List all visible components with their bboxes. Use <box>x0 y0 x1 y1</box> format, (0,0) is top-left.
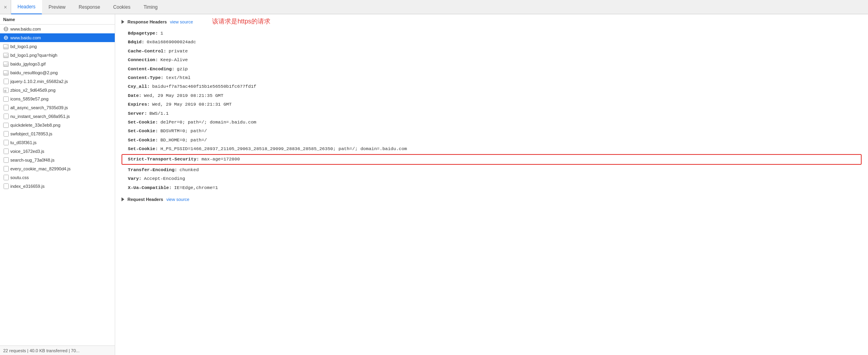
js-icon <box>3 140 9 145</box>
list-item[interactable]: icons_5859e57.png <box>0 95 115 103</box>
list-item[interactable]: tu_d03f361.js <box>0 138 115 147</box>
collapse-triangle-icon-req[interactable] <box>122 197 124 201</box>
header-name: Bdpagetype: <box>128 30 158 37</box>
header-row-set-cookie-4: Set-Cookie: H_PS_PSSID=1466_28937_21105_… <box>122 145 862 153</box>
list-item[interactable]: bd_logo1.png?qua=high <box>0 51 115 60</box>
image-icon: ▦ <box>3 87 9 93</box>
list-item[interactable]: soutu.css <box>0 173 115 182</box>
header-name: Content-Type: <box>128 74 164 81</box>
devtools-container: × Headers Preview Response Cookies Timin… <box>0 0 868 355</box>
list-item[interactable]: nu_instant_search_068a951.js <box>0 112 115 121</box>
file-name: www.baidu.com <box>10 27 41 31</box>
js-icon <box>3 114 9 119</box>
tab-headers[interactable]: Headers <box>11 0 42 14</box>
request-headers-section-title: Request Headers view source <box>122 197 862 202</box>
file-name: nu_instant_search_068a951.js <box>10 114 70 119</box>
https-annotation: 该请求是https的请求 <box>212 17 270 26</box>
file-name-selected: www.baidu.com <box>10 35 41 40</box>
domain-icon-selected <box>3 35 9 41</box>
header-name: Connection: <box>128 56 158 64</box>
header-name: Set-Cookie: <box>128 137 158 144</box>
js-icon <box>3 79 9 84</box>
image-icon <box>3 44 9 49</box>
header-row-bdpagetype: Bdpagetype: 1 <box>122 29 862 38</box>
file-name: bd_logo1.png?qua=high <box>10 53 57 58</box>
svg-rect-35 <box>4 175 8 180</box>
header-value: Wed, 29 May 2019 08:21:35 GMT <box>144 92 224 99</box>
header-name: Cache-Control: <box>128 48 166 55</box>
header-value: chunked <box>179 166 199 174</box>
file-list-panel: Name www.baidu.com <box>0 14 115 355</box>
list-item[interactable]: bd_logo1.png <box>0 42 115 51</box>
js-icon <box>3 105 9 110</box>
header-name: Bdqid: <box>128 39 144 46</box>
tab-preview[interactable]: Preview <box>42 0 72 14</box>
svg-point-18 <box>7 62 8 64</box>
file-name: search-sug_73a0f48.js <box>10 158 54 162</box>
file-name: all_async_search_7935d39.js <box>10 105 68 110</box>
file-name: zbios_x2_9d645d9.png <box>10 88 56 93</box>
header-value: baidu+f7a75ac460f15b1e56550b1fc677fd1f <box>152 83 256 90</box>
svg-rect-34 <box>4 166 8 172</box>
image-icon <box>3 61 9 67</box>
file-name: swfobject_0178953.js <box>10 131 52 136</box>
header-value: Wed, 29 May 2019 08:21:31 GMT <box>152 101 231 108</box>
header-row-server: Server: BWS/1.1 <box>122 109 862 118</box>
close-tab-button[interactable]: × <box>0 0 11 14</box>
list-item[interactable]: baidu_resultlogo@2.png <box>0 68 115 77</box>
header-row-date: Date: Wed, 29 May 2019 08:21:35 GMT <box>122 91 862 100</box>
header-value: H_PS_PSSID=1466_28937_21105_29063_28518_… <box>160 145 407 152</box>
file-name: icons_5859e57.png <box>10 96 48 101</box>
list-item[interactable]: index_e316659.js <box>0 182 115 191</box>
tab-response[interactable]: Response <box>72 0 107 14</box>
header-value: BDSVRTM=0; path=/ <box>160 127 207 135</box>
list-item[interactable]: all_async_search_7935d39.js <box>0 103 115 112</box>
header-row-content-encoding: Content-Encoding: gzip <box>122 65 862 73</box>
file-name: baidu_jgylogo3.gif <box>10 62 46 66</box>
tab-cookies-label: Cookies <box>113 4 130 10</box>
headers-panel: Response Headers view source 该请求是https的请… <box>115 14 868 355</box>
header-value: 0x8a16869000024adc <box>147 39 196 46</box>
list-item[interactable]: every_cookie_mac_82990d4.js <box>0 164 115 173</box>
js-icon <box>3 183 9 189</box>
header-name: Server: <box>128 110 147 117</box>
list-item[interactable]: swfobject_0178953.js <box>0 129 115 138</box>
tab-timing[interactable]: Timing <box>137 0 164 14</box>
list-item[interactable]: www.baidu.com <box>0 25 115 33</box>
tab-cookies[interactable]: Cookies <box>107 0 137 14</box>
header-name: Date: <box>128 92 142 99</box>
js-icon <box>3 131 9 137</box>
header-row-sts: Strict-Transport-Security: max-age=17280… <box>122 154 862 164</box>
list-item[interactable]: quickdelete_33e3eb8.png <box>0 121 115 129</box>
header-value: gzip <box>177 66 188 73</box>
svg-rect-29 <box>4 123 9 127</box>
svg-text:▦: ▦ <box>4 89 7 92</box>
file-name: quickdelete_33e3eb8.png <box>10 123 60 127</box>
view-source-link-req[interactable]: view source <box>166 197 189 202</box>
view-source-link[interactable]: view source <box>170 19 193 24</box>
header-value: 1 <box>160 30 163 37</box>
list-item[interactable]: baidu_jgylogo3.gif <box>0 60 115 68</box>
svg-marker-9 <box>4 47 9 49</box>
list-item[interactable]: jquery-1.10.2.min_65682a2.js <box>0 77 115 86</box>
domain-icon <box>3 26 9 32</box>
collapse-triangle-icon[interactable] <box>122 20 124 24</box>
image-icon <box>3 122 9 128</box>
image-icon <box>3 52 9 58</box>
header-row-set-cookie-3: Set-Cookie: BD_HOME=0; path=/ <box>122 136 862 145</box>
file-name: soutu.css <box>10 175 29 180</box>
header-value: text/html <box>166 74 191 81</box>
js-icon <box>3 149 9 154</box>
svg-rect-30 <box>4 131 8 137</box>
header-name: Transfer-Encoding: <box>128 166 177 174</box>
header-row-cache-control: Cache-Control: private <box>122 47 862 56</box>
list-item[interactable]: search-sug_73a0f48.js <box>0 156 115 164</box>
list-item[interactable]: ▦ zbios_x2_9d645d9.png <box>0 86 115 95</box>
file-name: every_cookie_mac_82990d4.js <box>10 166 71 171</box>
svg-rect-31 <box>4 140 8 145</box>
list-item-selected[interactable]: www.baidu.com <box>0 33 115 42</box>
file-name: index_e316659.js <box>10 184 44 189</box>
header-row-set-cookie-1: Set-Cookie: delPer=0; path=/; domain=.ba… <box>122 118 862 127</box>
header-row-cxy-all: Cxy_all: baidu+f7a75ac460f15b1e56550b1fc… <box>122 82 862 91</box>
list-item[interactable]: voice_1672ed3.js <box>0 147 115 156</box>
